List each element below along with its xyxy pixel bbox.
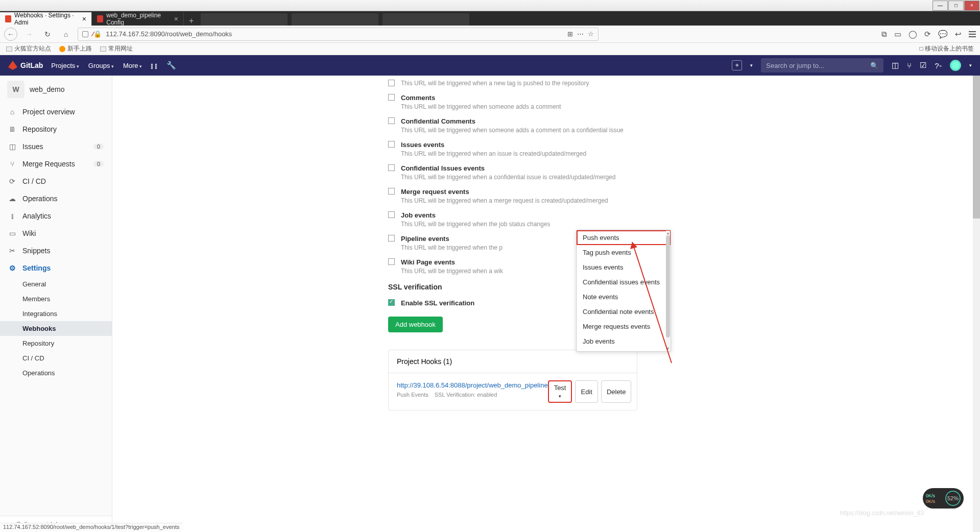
window-maximize[interactable]: □: [948, 1, 964, 11]
page-scrollbar[interactable]: [973, 76, 980, 532]
checkbox[interactable]: [388, 164, 395, 171]
bookmark-item[interactable]: 火狐官方站点: [6, 44, 51, 53]
checkbox-checked[interactable]: [388, 299, 395, 306]
sync-icon[interactable]: ⟳: [924, 30, 931, 39]
project-header[interactable]: W web_demo: [0, 76, 112, 103]
issues-shortcut-icon[interactable]: ◫: [892, 61, 899, 70]
hamburger-menu-icon[interactable]: [969, 31, 976, 37]
trigger-confidential-comments: Confidential CommentsThis URL will be tr…: [388, 113, 735, 137]
chat-icon[interactable]: 💬: [938, 30, 948, 39]
gear-icon: ⚙: [8, 264, 16, 272]
dropdown-item[interactable]: Pipeline events: [577, 349, 671, 351]
sidebar-item-merge-requests[interactable]: ⑂Merge Requests0: [0, 155, 112, 173]
sidebar-item-overview[interactable]: ⌂Project overview: [0, 103, 112, 120]
sidebar-item-operations[interactable]: ☁Operations: [0, 190, 112, 207]
project-hooks-panel: Project Hooks (1) http://39.108.6.54:808…: [388, 350, 637, 410]
network-monitor-fab[interactable]: 0K/s 0K/s 52%: [923, 488, 964, 509]
dropdown-item[interactable]: Merge requests events: [577, 319, 671, 334]
dropdown-item[interactable]: Note events: [577, 289, 671, 304]
share-icon[interactable]: ↩: [955, 30, 962, 39]
checkbox[interactable]: [388, 141, 395, 148]
nav-projects[interactable]: Projects: [51, 62, 79, 69]
sidebar-item-analytics[interactable]: ⫿Analytics: [0, 207, 112, 225]
help-icon[interactable]: ?◦: [935, 61, 942, 70]
sidebar-item-issues[interactable]: ◫Issues0: [0, 138, 112, 155]
todos-icon[interactable]: ☑: [920, 61, 926, 70]
delete-button[interactable]: Delete: [601, 380, 632, 403]
sidebar-sub-general[interactable]: General: [0, 277, 112, 292]
dropdown-item[interactable]: Confidential issues events: [577, 275, 671, 289]
checkbox[interactable]: [388, 94, 395, 101]
window-minimize[interactable]: —: [933, 1, 948, 11]
close-tab-icon[interactable]: ×: [174, 15, 178, 23]
sidebar-sub-repository[interactable]: Repository: [0, 336, 112, 351]
forward-button[interactable]: →: [22, 28, 36, 41]
browser-tab[interactable]: web_demo_pipeline Config ×: [92, 12, 184, 26]
checkbox[interactable]: [388, 188, 395, 195]
test-dropdown-button[interactable]: Test ▾: [548, 380, 572, 403]
new-tab-button[interactable]: +: [184, 16, 199, 26]
dropdown-item[interactable]: Job events: [577, 334, 671, 349]
dropdown-item[interactable]: Confidential note events: [577, 304, 671, 319]
tab-title: Webhooks · Settings · Admi: [14, 12, 79, 26]
account-icon[interactable]: ◯: [909, 30, 917, 39]
bookmark-item[interactable]: 常用网址: [100, 44, 133, 53]
global-search[interactable]: Search or jump to... 🔍: [761, 58, 883, 72]
close-tab-icon[interactable]: ×: [82, 15, 86, 23]
sidebar-sub-webhooks[interactable]: Webhooks: [0, 321, 112, 336]
sidebar-sub-members[interactable]: Members: [0, 292, 112, 306]
page-actions-icon[interactable]: ⋯: [577, 30, 584, 38]
activity-icon[interactable]: ⫿⫿: [150, 61, 158, 70]
add-webhook-button[interactable]: Add webhook: [388, 317, 443, 332]
sidebar-sub-integrations[interactable]: Integrations: [0, 306, 112, 321]
mobile-bookmarks[interactable]: □ 移动设备上的书签: [919, 44, 974, 53]
bookmarks-bar: 火狐官方站点 新手上路 常用网址 □ 移动设备上的书签: [0, 43, 980, 55]
sidebar-sub-cicd[interactable]: CI / CD: [0, 351, 112, 366]
merge-requests-icon[interactable]: ⑂: [907, 61, 912, 70]
tab-title: web_demo_pipeline Config: [106, 12, 171, 26]
bookmark-star-icon[interactable]: ☆: [588, 30, 594, 38]
checkbox[interactable]: [388, 235, 395, 241]
ssl-enable-row: Enable SSL verification: [388, 295, 735, 310]
reader-icon[interactable]: ▭: [894, 30, 901, 39]
trigger-job: Job eventsThis URL will be triggered whe…: [388, 207, 735, 231]
hook-tag: Push Events: [397, 392, 428, 398]
nav-more[interactable]: More: [123, 62, 142, 69]
gitlab-logo[interactable]: GitLab: [8, 61, 43, 70]
dropdown-item-push-events[interactable]: Push events: [577, 230, 671, 245]
hook-url-link[interactable]: http://39.108.6.54:8088/project/web_demo…: [397, 381, 548, 389]
dropdown-scrollbar[interactable]: ▴ ▾: [666, 231, 670, 351]
sidebar-item-wiki[interactable]: ▭Wiki: [0, 225, 112, 242]
address-bar[interactable]: ⁄🔒 112.74.167.52:8090/root/web_demo/hook…: [78, 28, 599, 41]
bookmark-item[interactable]: 新手上路: [59, 44, 92, 53]
reload-button[interactable]: ↻: [41, 28, 54, 41]
home-button[interactable]: ⌂: [59, 28, 73, 41]
sidebar-item-settings[interactable]: ⚙Settings: [0, 259, 112, 277]
sidebar-item-repository[interactable]: 🗎Repository: [0, 120, 112, 138]
dropdown-item[interactable]: Issues events: [577, 260, 671, 275]
trigger-wiki: Wiki Page eventsThis URL will be trigger…: [388, 254, 735, 278]
user-caret-icon[interactable]: ▾: [969, 63, 972, 68]
wrench-icon[interactable]: 🔧: [166, 61, 176, 70]
edit-button[interactable]: Edit: [575, 380, 597, 403]
browser-tab-active[interactable]: Webhooks · Settings · Admi ×: [0, 12, 92, 26]
project-sidebar: W web_demo ⌂Project overview 🗎Repository…: [0, 76, 112, 532]
sidebar-item-cicd[interactable]: ⟳CI / CD: [0, 173, 112, 190]
caret-down-icon[interactable]: ▾: [750, 63, 753, 68]
user-avatar[interactable]: [950, 60, 961, 71]
nav-groups[interactable]: Groups: [88, 62, 114, 69]
ssl-verification-heading: SSL verification: [388, 283, 735, 291]
checkbox[interactable]: [388, 117, 395, 124]
checkbox[interactable]: [388, 211, 395, 218]
qr-icon[interactable]: ⊞: [567, 30, 573, 38]
checkbox[interactable]: [388, 258, 395, 265]
dropdown-item[interactable]: Tag push events: [577, 245, 671, 260]
sidebar-sub-operations[interactable]: Operations: [0, 366, 112, 380]
folder-icon: [100, 46, 106, 52]
checkbox[interactable]: [388, 80, 395, 86]
back-button[interactable]: ←: [4, 28, 17, 41]
new-dropdown[interactable]: +: [732, 60, 742, 70]
window-close[interactable]: ×: [964, 1, 979, 11]
sidebar-item-snippets[interactable]: ✂Snippets: [0, 242, 112, 259]
library-icon[interactable]: ⧉: [881, 30, 887, 39]
